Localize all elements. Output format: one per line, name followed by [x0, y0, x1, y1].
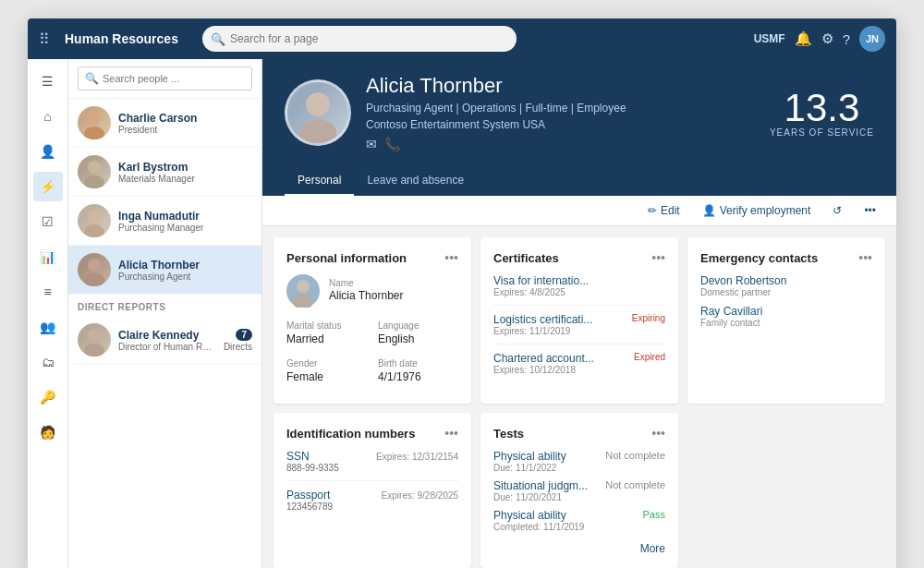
grid-icon[interactable]: ⠿ [39, 30, 50, 48]
svg-point-5 [84, 224, 104, 237]
cert-name-1[interactable]: Logistics certificati... [493, 313, 592, 326]
personal-info-header: Personal information ••• [286, 250, 458, 265]
direct-count: 7 [236, 329, 252, 341]
direct-count-block: 7 Directs [222, 329, 252, 352]
sidebar-btn-folder[interactable]: 🗂 [33, 347, 63, 377]
email-icon[interactable]: ✉ [366, 137, 377, 151]
contact-name-1[interactable]: Ray Cavillari [700, 305, 872, 318]
certificates-more[interactable]: ••• [651, 250, 665, 265]
emergency-contacts-more[interactable]: ••• [858, 250, 872, 265]
directs-text: Directs [224, 342, 252, 352]
marital-label: Marital status [286, 320, 367, 331]
sidebar-btn-person3[interactable]: 🧑 [33, 417, 63, 447]
cert-item-0: Visa for internatio... Expires: 4/8/2025 [493, 274, 665, 306]
sidebar-btn-chart[interactable]: 📊 [33, 242, 63, 272]
verify-icon: 👤 [702, 204, 716, 217]
emergency-contacts-title: Emergency contacts [700, 251, 818, 265]
svg-point-11 [299, 119, 336, 146]
svg-point-2 [88, 161, 101, 174]
svg-point-10 [306, 92, 330, 116]
identification-title: Identification numbers [286, 427, 415, 441]
settings-icon[interactable]: ⚙ [821, 30, 833, 47]
person-info-inga: Inga Numadutir Purchasing Manager [118, 210, 252, 233]
test-name-0[interactable]: Physical ability [493, 450, 566, 463]
cert-expires-0: Expires: 4/8/2025 [493, 287, 665, 297]
years-label: YEARS OF SERVICE [770, 127, 874, 138]
profile-contact-icons: ✉ 📞 [366, 137, 755, 151]
cert-name-2[interactable]: Chartered account... [493, 352, 594, 365]
svg-point-4 [88, 210, 101, 223]
tab-personal[interactable]: Personal [285, 166, 354, 196]
tests-more[interactable]: ••• [651, 426, 665, 441]
user-avatar[interactable]: JN [859, 26, 885, 52]
app-title: Human Resources [65, 31, 178, 46]
edit-button[interactable]: ✏ Edit [642, 201, 686, 220]
id-number-1: 123456789 [286, 502, 458, 512]
cert-name-0[interactable]: Visa for internatio... [493, 274, 665, 287]
id-number-0: 888-99-9335 [286, 463, 458, 473]
identification-more[interactable]: ••• [444, 426, 458, 441]
nav-search-input[interactable] [202, 26, 517, 52]
sidebar-btn-group[interactable]: 👥 [33, 312, 63, 342]
direct-reports-label: DIRECT REPORTS [68, 295, 261, 316]
sidebar-btn-person[interactable]: 👤 [33, 137, 63, 166]
person-item-karl[interactable]: Karl Bystrom Materials Manager [68, 148, 261, 197]
contact-name-0[interactable]: Devon Robertson [700, 274, 872, 287]
sidebar-btn-home[interactable]: ⌂ [33, 102, 63, 131]
phone-icon[interactable]: 📞 [384, 137, 400, 151]
company-code: USMF [754, 32, 785, 45]
profile-tabs: Personal Leave and absence [262, 166, 896, 196]
help-icon[interactable]: ? [843, 31, 850, 47]
id-type-0[interactable]: SSN [286, 450, 310, 463]
personal-info-more[interactable]: ••• [444, 250, 458, 265]
emergency-contacts-card: Emergency contacts ••• Devon Robertson D… [687, 237, 885, 404]
profile-employee-type: Employee [577, 102, 626, 115]
person-item-alicia[interactable]: Alicia Thornber Purchasing Agent [68, 246, 261, 295]
people-search-input[interactable] [78, 66, 252, 91]
id-type-1[interactable]: Passport [286, 489, 330, 502]
person-role-alicia: Purchasing Agent [118, 272, 252, 282]
contact-item-0: Devon Robertson Domestic partner [700, 274, 872, 297]
person-role-charlie: President [118, 125, 252, 135]
language-value: English [378, 332, 458, 345]
birth-date-value: 4/1/1976 [378, 370, 458, 383]
test-name-2[interactable]: Physical ability [493, 509, 584, 522]
nav-search-icon: 🔍 [211, 32, 225, 46]
person-avatar-karl [78, 155, 111, 188]
sidebar-btn-user2[interactable]: 🔑 [33, 382, 63, 412]
identification-header: Identification numbers ••• [286, 426, 458, 441]
more-button[interactable]: ••• [858, 201, 881, 220]
profile-header: Alicia Thornber Purchasing Agent | Opera… [262, 59, 896, 166]
tests-more-link[interactable]: More [640, 542, 665, 555]
contact-rel-1: Family contact [700, 318, 872, 328]
refresh-icon: ↺ [833, 204, 842, 217]
sidebar-btn-list[interactable]: ≡ [33, 277, 63, 307]
person-item-inga[interactable]: Inga Numadutir Purchasing Manager [68, 197, 261, 246]
main-layout: ☰ ⌂ 👤 ⚡ ☑ 📊 ≡ 👥 🗂 🔑 🧑 🔍 [28, 59, 896, 568]
people-search-container: 🔍 [68, 59, 261, 99]
svg-point-0 [88, 112, 101, 125]
test-status-2: Pass [643, 509, 665, 532]
refresh-button[interactable]: ↺ [827, 201, 847, 220]
profile-main-avatar [285, 79, 351, 146]
test-due-1: Due: 11/20/2021 [493, 492, 588, 502]
sidebar-btn-tasks[interactable]: ☑ [33, 207, 63, 236]
sidebar-btn-hamburger[interactable]: ☰ [33, 66, 63, 96]
tab-leave[interactable]: Leave and absence [354, 166, 477, 196]
sidebar-btn-active[interactable]: ⚡ [33, 172, 63, 201]
icon-sidebar: ☰ ⌂ 👤 ⚡ ☑ 📊 ≡ 👥 🗂 🔑 🧑 [28, 59, 68, 568]
name-label: Name [329, 278, 403, 288]
person-info-karl: Karl Bystrom Materials Manager [118, 161, 252, 184]
person-item-claire[interactable]: Claire Kennedy Director of Human Resourc… [68, 316, 261, 365]
people-search-icon: 🔍 [85, 72, 99, 85]
verify-label: Verify employment [720, 204, 811, 217]
test-due-0: Due: 11/1/2022 [493, 463, 566, 473]
certificates-title: Certificates [493, 251, 559, 265]
person-info-alicia: Alicia Thornber Purchasing Agent [118, 259, 252, 282]
test-name-1[interactable]: Situational judgm... [493, 479, 588, 492]
svg-point-3 [84, 175, 104, 188]
notification-icon[interactable]: 🔔 [795, 30, 812, 47]
person-role-karl: Materials Manager [118, 174, 252, 184]
person-item-charlie[interactable]: Charlie Carson President [68, 99, 261, 148]
verify-employment-button[interactable]: 👤 Verify employment [697, 201, 817, 220]
